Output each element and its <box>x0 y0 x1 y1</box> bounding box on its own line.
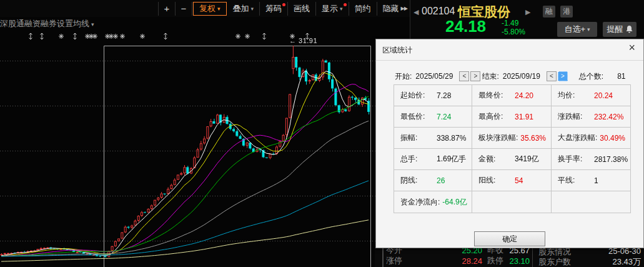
stat-cell: 涨跌幅:232.42% <box>552 106 630 128</box>
chevron-down-icon: ▾ <box>587 26 590 33</box>
chevron-down-icon: ▾ <box>340 6 343 12</box>
quote-value: 28.24 <box>416 256 482 266</box>
chevron-down-icon: ▾ <box>91 21 94 28</box>
prev-stock-arrow[interactable]: ◀ <box>414 8 419 16</box>
peak-price-annotation: ← 31.91 <box>289 37 317 44</box>
toolbar-button-adjust[interactable]: 复权▾ <box>193 2 227 16</box>
stat-cell: 最终价:24.20 <box>472 85 552 106</box>
toolbar-button-group: + − 复权▾叠加▾筹码画线显示▾简约隐藏▶▶ <box>158 2 414 16</box>
stat-cell: 最低价:7.24 <box>394 106 472 128</box>
quote-value: 23.10 <box>504 256 530 266</box>
region-statistics-dialog: 区域统计 × 开始: 2025/05/29 < > 结束: 2025/09/19… <box>375 39 644 248</box>
total-count-value: 81 <box>617 72 625 81</box>
alert-button[interactable]: 提醒 <box>603 22 637 37</box>
chevron-down-icon: ▾ <box>251 6 254 12</box>
notification-dot-icon <box>344 3 347 6</box>
toolbar-button-draw-line[interactable]: 画线 <box>288 2 316 16</box>
stat-cell: 最高价:31.91 <box>472 106 552 128</box>
quote-label: 股东户数 <box>538 256 571 267</box>
stock-header-panel: ◀ 002104 恒宝股份 ▶ 融 港 24.18 -1.49 -5.80% 自… <box>410 0 644 39</box>
notification-dot-icon <box>282 3 285 6</box>
link-shenzhen-connect[interactable]: 深股通 <box>0 18 24 29</box>
stat-cell: 换手率:2817.38% <box>552 149 630 170</box>
chart-toolbar: + − 复权▾叠加▾筹码画线显示▾简约隐藏▶▶ <box>0 0 410 17</box>
end-date-forward-button[interactable]: > <box>558 71 568 81</box>
stat-cell: 起始价:7.28 <box>394 85 472 106</box>
holder-count-row: 股东户数23.43万 <box>538 256 641 267</box>
stat-cell: 阳线:54 <box>472 170 552 191</box>
end-date-value: 2025/09/19 <box>503 72 540 81</box>
date-range-controls: 开始: 2025/05/29 < > 结束: 2025/09/19 < > 总个… <box>395 71 626 82</box>
stat-cell: 金额:3419亿 <box>472 149 552 170</box>
dialog-title-divider <box>376 60 643 61</box>
stat-cell: 均价:20.24 <box>552 85 630 106</box>
start-date-label: 开始: <box>395 71 412 82</box>
stat-cell: 阴线:26 <box>394 170 472 191</box>
price-change: -1.49 <box>502 19 525 28</box>
stat-cell-empty <box>472 191 552 213</box>
ok-button[interactable]: 确定 <box>474 231 545 246</box>
expand-arrows-icon: ▶▶ <box>401 6 407 11</box>
toolbar-button-simple[interactable]: 简约 <box>349 2 377 16</box>
quote-value: 23.43万 <box>612 256 641 267</box>
start-date-forward-button[interactable]: > <box>470 71 480 81</box>
link-margin-trading[interactable]: 融资融券 <box>24 18 57 29</box>
zoom-in-button[interactable]: + <box>159 2 176 16</box>
total-count-label: 总个数: <box>579 71 603 82</box>
stat-cell: 大盘涨跌幅:30.49% <box>552 128 630 149</box>
ma-setting-dropdown[interactable]: 设置均线▾ <box>57 18 94 29</box>
stat-cell: 总手:1.69亿手 <box>394 149 472 170</box>
add-watchlist-button[interactable]: 自选+▾ <box>557 22 597 37</box>
price-change-percent: -5.80% <box>502 28 525 36</box>
toolbar-button-hide[interactable]: 隐藏▶▶ <box>377 2 414 16</box>
toolbar-button-overlay[interactable]: 叠加▾ <box>227 2 260 16</box>
quote-label: 涨停 <box>386 255 416 266</box>
zoom-out-button[interactable]: − <box>176 2 192 16</box>
statistics-table: 起始价:7.28最终价:24.20均价:20.24最低价:7.24最高价:31.… <box>394 84 631 213</box>
bell-icon <box>626 26 633 33</box>
toolbar-button-chips[interactable]: 筹码 <box>260 2 288 16</box>
chevron-down-icon: ▾ <box>217 6 220 12</box>
next-stock-arrow[interactable]: ▶ <box>525 8 530 16</box>
stat-cell-empty <box>552 191 630 213</box>
stock-code: 002104 <box>422 6 455 17</box>
trading-app-window: ← 31.91 + − 复权▾叠加▾筹码画线显示▾简约隐藏▶▶ 深股通 融资融券… <box>0 0 644 267</box>
close-icon[interactable]: × <box>628 42 635 53</box>
stat-cell: 板块涨跌幅:35.63% <box>472 128 552 149</box>
start-date-value: 2025/05/29 <box>415 72 453 81</box>
end-date-back-button[interactable]: < <box>547 71 557 81</box>
dialog-title: 区域统计 <box>382 45 412 56</box>
price-change-block: -1.49 -5.80% <box>502 19 525 36</box>
current-price: 24.18 <box>445 17 486 36</box>
stat-cell: 平线:1 <box>552 170 630 191</box>
stat-cell: 振幅:338.87% <box>394 128 472 149</box>
quote-row-limit-prices: 涨停28.24跌停23.10 <box>386 255 530 266</box>
hk-connect-badge: 港 <box>560 6 573 18</box>
toolbar-button-display[interactable]: 显示▾ <box>316 2 349 16</box>
quote-label: 跌停 <box>487 255 504 266</box>
stat-cell: 资金净流向:-64.9亿 <box>394 191 472 213</box>
margin-badge: 融 <box>543 6 555 18</box>
end-date-label: 结束: <box>482 71 498 82</box>
start-date-back-button[interactable]: < <box>459 71 469 81</box>
chart-subbar: 深股通 融资融券 设置均线▾ <box>0 17 410 31</box>
